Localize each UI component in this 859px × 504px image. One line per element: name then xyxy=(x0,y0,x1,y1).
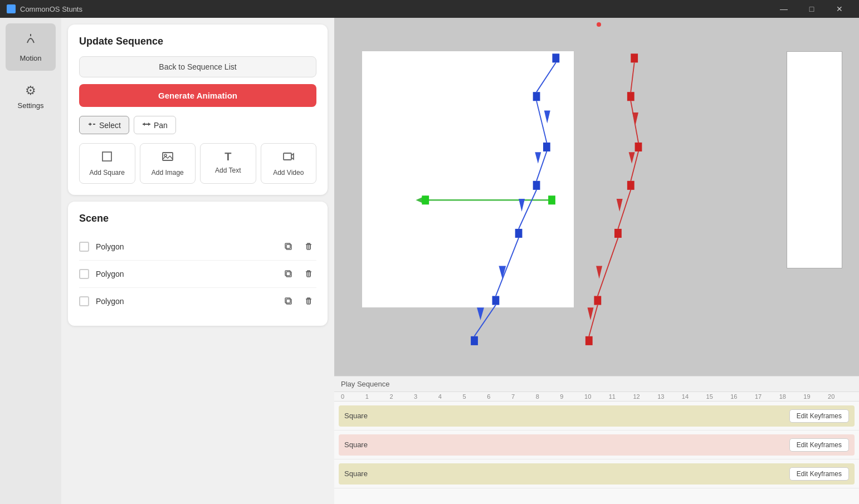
track-bar-1: Square Edit Keyframes xyxy=(339,405,855,427)
track-2-label: Square xyxy=(344,441,368,449)
svg-marker-6 xyxy=(148,123,150,126)
copy-polygon-3-button[interactable] xyxy=(281,293,296,309)
timeline: Play Sequence 01234567891011121314151617… xyxy=(334,376,859,504)
scene-item-actions xyxy=(281,293,316,309)
play-sequence-label: Play Sequence xyxy=(341,380,389,388)
timeline-header: Play Sequence xyxy=(334,376,859,392)
delete-polygon-3-button[interactable] xyxy=(301,293,316,309)
sidebar-item-motion[interactable]: Motion xyxy=(6,23,56,71)
ruler-mark-2: 2 xyxy=(389,393,414,400)
generate-animation-button[interactable]: Generate Animation xyxy=(79,84,316,107)
scene-item-actions xyxy=(281,239,316,255)
delete-polygon-2-button[interactable] xyxy=(301,266,316,282)
add-video-button[interactable]: Add Video xyxy=(261,143,317,184)
ruler-mark-16: 16 xyxy=(730,393,755,400)
main-layout: Motion ⚙ Settings Update Sequence Back t… xyxy=(0,18,859,504)
add-image-label: Add Image xyxy=(152,169,184,177)
add-square-button[interactable]: Add Square xyxy=(79,143,135,184)
sidebar-item-settings[interactable]: ⚙ Settings xyxy=(6,73,56,120)
motion-icon xyxy=(23,32,38,51)
ruler-mark-6: 6 xyxy=(487,393,511,400)
polygon-3-checkbox[interactable] xyxy=(79,296,89,306)
app-icon xyxy=(7,4,16,13)
polygon-2-checkbox[interactable] xyxy=(79,269,89,279)
back-to-sequence-list-button[interactable]: Back to Sequence List xyxy=(79,56,316,77)
ruler-mark-9: 9 xyxy=(560,393,584,400)
svg-rect-8 xyxy=(163,153,173,160)
maximize-button[interactable]: □ xyxy=(799,0,824,18)
timeline-tracks: Square Edit Keyframes Square Edit Keyfra… xyxy=(334,402,859,501)
timeline-ruler: 01234567891011121314151617181920 xyxy=(334,392,859,402)
update-sequence-title: Update Sequence xyxy=(79,36,316,47)
ruler-mark-20: 20 xyxy=(828,393,852,400)
ruler-mark-4: 4 xyxy=(438,393,463,400)
svg-rect-46 xyxy=(594,296,601,305)
pan-label: Pan xyxy=(154,121,168,130)
ruler-mark-15: 15 xyxy=(706,393,731,400)
list-item: Polygon xyxy=(79,261,316,288)
list-item: Polygon xyxy=(79,233,316,261)
track-3-label: Square xyxy=(344,469,368,478)
canvas-area: Play Sequence 01234567891011121314151617… xyxy=(334,18,859,504)
svg-rect-47 xyxy=(585,336,593,345)
select-icon xyxy=(87,120,96,130)
polygon-1-name: Polygon xyxy=(96,242,281,251)
app-title: CommonOS Stunts xyxy=(20,5,82,13)
window-controls: — □ ✕ xyxy=(771,0,852,18)
svg-line-35 xyxy=(475,305,496,336)
copy-polygon-2-button[interactable] xyxy=(281,266,296,282)
scene-title: Scene xyxy=(79,213,316,224)
copy-polygon-1-button[interactable] xyxy=(281,239,296,255)
motion-label: Motion xyxy=(19,54,41,62)
edit-keyframes-3-button[interactable]: Edit Keyframes xyxy=(789,467,849,481)
red-dot xyxy=(597,22,601,27)
svg-rect-41 xyxy=(631,53,638,62)
update-sequence-card: Update Sequence Back to Sequence List Ge… xyxy=(68,25,328,195)
svg-marker-3 xyxy=(90,123,92,126)
svg-marker-57 xyxy=(596,266,602,279)
canvas-viewport[interactable] xyxy=(334,18,859,376)
add-video-icon xyxy=(282,150,295,165)
timeline-track-1: Square Edit Keyframes xyxy=(334,402,859,430)
svg-line-53 xyxy=(589,305,598,336)
track-bar-2: Square Edit Keyframes xyxy=(339,434,855,456)
add-image-icon xyxy=(162,150,174,165)
edit-keyframes-1-button[interactable]: Edit Keyframes xyxy=(789,409,849,423)
sidebar: Motion ⚙ Settings xyxy=(0,18,61,504)
ruler-mark-14: 14 xyxy=(682,393,706,400)
canvas-white-small xyxy=(787,51,842,268)
ruler-mark-5: 5 xyxy=(463,393,487,400)
tool-row: Select Pan xyxy=(79,116,316,134)
settings-icon: ⚙ xyxy=(25,84,36,98)
svg-line-49 xyxy=(631,101,638,143)
add-text-button[interactable]: T Add Text xyxy=(200,143,256,184)
close-button[interactable]: ✕ xyxy=(827,0,852,18)
add-video-label: Add Video xyxy=(273,169,304,177)
ruler-mark-18: 18 xyxy=(779,393,804,400)
select-tool-button[interactable]: Select xyxy=(79,116,129,134)
svg-marker-40 xyxy=(477,307,484,320)
svg-rect-29 xyxy=(471,336,478,345)
add-text-label: Add Text xyxy=(215,167,241,174)
edit-keyframes-2-button[interactable]: Edit Keyframes xyxy=(789,438,849,452)
polygon-1-checkbox[interactable] xyxy=(79,242,89,252)
polygon-3-name: Polygon xyxy=(96,297,281,306)
svg-marker-56 xyxy=(617,199,623,212)
ruler-mark-7: 7 xyxy=(511,393,536,400)
pan-tool-button[interactable]: Pan xyxy=(134,116,176,134)
ruler-mark-0: 0 xyxy=(341,393,365,400)
titlebar: CommonOS Stunts — □ ✕ xyxy=(0,0,859,18)
add-text-icon: T xyxy=(224,150,231,163)
minimize-button[interactable]: — xyxy=(771,0,797,18)
canvas-white-bg xyxy=(362,51,574,307)
svg-rect-7 xyxy=(103,152,111,161)
list-item: Polygon xyxy=(79,288,316,315)
delete-polygon-1-button[interactable] xyxy=(301,239,316,255)
svg-rect-42 xyxy=(627,92,635,101)
timeline-track-2: Square Edit Keyframes xyxy=(334,430,859,459)
ruler-mark-17: 17 xyxy=(755,393,779,400)
select-label: Select xyxy=(99,121,121,130)
add-image-button[interactable]: Add Image xyxy=(140,143,196,184)
svg-rect-10 xyxy=(284,153,291,160)
ruler-mark-13: 13 xyxy=(657,393,682,400)
